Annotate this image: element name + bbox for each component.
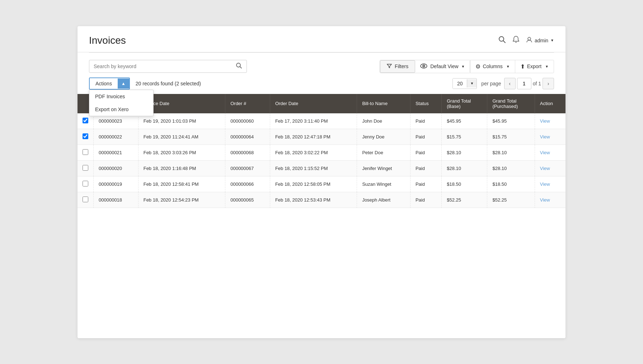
row-checkbox-cell[interactable] [78, 129, 94, 145]
export-xero-item[interactable]: Export on Xero [89, 103, 153, 116]
view-controls: Filters Default View ▼ ⚙ Columns ▼ [380, 60, 554, 73]
row-bill-to-name: Jenny Doe [357, 129, 410, 145]
view-chevron-icon: ▼ [461, 65, 465, 68]
view-link[interactable]: View [540, 150, 550, 155]
row-invoice-date: Feb 18, 2020 12:54:23 PM [138, 192, 225, 208]
row-action[interactable]: View [535, 113, 565, 129]
col-order-number: Order # [225, 94, 270, 113]
records-info: 20 records found (2 selected) [136, 81, 201, 86]
search-icon[interactable] [498, 36, 506, 45]
next-page-button[interactable]: › [543, 78, 554, 89]
svg-line-4 [240, 67, 242, 68]
view-link[interactable]: View [540, 166, 550, 171]
header-actions: admin ▼ [498, 36, 554, 45]
row-grand-total-purchased: $45.95 [487, 113, 535, 129]
admin-label: admin [535, 38, 548, 43]
table-row: 000000020 Feb 18, 2020 1:16:48 PM 000000… [78, 160, 565, 176]
default-view-button[interactable]: Default View ▼ [415, 61, 470, 72]
toolbar: Filters Default View ▼ ⚙ Columns ▼ [78, 53, 565, 73]
notification-icon[interactable] [512, 36, 520, 45]
row-order-date: Feb 18, 2020 12:58:05 PM [270, 176, 357, 192]
row-checkbox[interactable] [83, 149, 88, 155]
search-box[interactable] [89, 60, 247, 73]
per-page-select[interactable]: 20 ▼ [452, 78, 477, 89]
row-checkbox[interactable] [83, 133, 88, 139]
row-order-number: 000000068 [225, 145, 270, 160]
pagination: 20 ▼ per page ‹ of 1 › [452, 78, 554, 89]
actions-label: Actions [90, 78, 118, 89]
row-checkbox[interactable] [83, 165, 88, 171]
export-button[interactable]: ⬆ Export ▼ [515, 60, 554, 73]
view-link[interactable]: View [540, 181, 550, 187]
col-order-date: Order Date [270, 94, 357, 113]
filters-button[interactable]: Filters [380, 60, 415, 73]
row-grand-total-purchased: $28.10 [487, 145, 535, 160]
filters-label: Filters [395, 63, 408, 69]
view-link[interactable]: View [540, 134, 550, 140]
page-navigation: ‹ of 1 › [504, 78, 554, 89]
actions-menu: PDF Invoices Export on Xero [89, 90, 154, 116]
row-invoice-date: Feb 18, 2020 1:16:48 PM [138, 160, 225, 176]
row-invoice-number: 000000019 [94, 176, 139, 192]
page-of-label: of 1 [533, 81, 541, 86]
row-status: Paid [410, 113, 441, 129]
row-order-date: Feb 18, 2020 1:15:52 PM [270, 160, 357, 176]
row-grand-total-purchased: $18.50 [487, 176, 535, 192]
row-status: Paid [410, 176, 441, 192]
row-invoice-number: 000000018 [94, 192, 139, 208]
row-action[interactable]: View [535, 176, 565, 192]
row-checkbox[interactable] [83, 197, 88, 202]
col-status: Status [410, 94, 441, 113]
view-link[interactable]: View [540, 197, 550, 203]
row-grand-total-base: $28.10 [442, 160, 487, 176]
row-checkbox-cell[interactable] [78, 176, 94, 192]
columns-button[interactable]: ⚙ Columns ▼ [470, 60, 515, 73]
svg-point-7 [423, 65, 424, 66]
col-grand-total-base: Grand Total(Base) [442, 94, 487, 113]
page-title: Invoices [89, 35, 126, 46]
view-link[interactable]: View [540, 118, 550, 124]
search-input[interactable] [94, 63, 236, 69]
row-grand-total-base: $28.10 [442, 145, 487, 160]
row-checkbox-cell[interactable] [78, 160, 94, 176]
row-bill-to-name: Joseph Albert [357, 192, 410, 208]
row-order-date: Feb 18, 2020 3:02:22 PM [270, 145, 357, 160]
row-status: Paid [410, 192, 441, 208]
admin-menu[interactable]: admin ▼ [526, 37, 554, 44]
row-order-number: 000000066 [225, 176, 270, 192]
row-grand-total-base: $18.50 [442, 176, 487, 192]
row-grand-total-base: $45.95 [442, 113, 487, 129]
per-page-arrow-icon[interactable]: ▼ [467, 79, 477, 88]
actions-button[interactable]: Actions ▲ [89, 77, 130, 90]
row-bill-to-name: Suzan Winget [357, 176, 410, 192]
row-checkbox[interactable] [83, 118, 88, 123]
search-submit-icon[interactable] [236, 62, 242, 70]
col-bill-to-name: Bill-to Name [357, 94, 410, 113]
row-action[interactable]: View [535, 129, 565, 145]
row-status: Paid [410, 145, 441, 160]
row-grand-total-purchased: $15.75 [487, 129, 535, 145]
row-order-number: 000000060 [225, 113, 270, 129]
col-grand-total-purchased: Grand Total(Purchased) [487, 94, 535, 113]
row-action[interactable]: View [535, 145, 565, 160]
row-order-number: 000000064 [225, 129, 270, 145]
row-grand-total-base: $15.75 [442, 129, 487, 145]
row-checkbox-cell[interactable] [78, 145, 94, 160]
row-grand-total-purchased: $52.25 [487, 192, 535, 208]
page-input[interactable] [517, 78, 531, 89]
actions-caret-icon[interactable]: ▲ [118, 79, 129, 89]
row-action[interactable]: View [535, 160, 565, 176]
export-label: Export [527, 63, 541, 69]
row-grand-total-base: $52.25 [442, 192, 487, 208]
actions-dropdown[interactable]: Actions ▲ PDF Invoices Export on Xero [89, 77, 130, 90]
pdf-invoices-item[interactable]: PDF Invoices [89, 90, 153, 103]
user-icon [526, 37, 532, 44]
row-bill-to-name: John Doe [357, 113, 410, 129]
row-action[interactable]: View [535, 192, 565, 208]
row-status: Paid [410, 160, 441, 176]
row-checkbox-cell[interactable] [78, 192, 94, 208]
table-row: 000000022 Feb 19, 2020 11:24:41 AM 00000… [78, 129, 565, 145]
row-checkbox[interactable] [83, 181, 88, 186]
export-icon: ⬆ [520, 63, 525, 70]
prev-page-button[interactable]: ‹ [504, 78, 516, 89]
